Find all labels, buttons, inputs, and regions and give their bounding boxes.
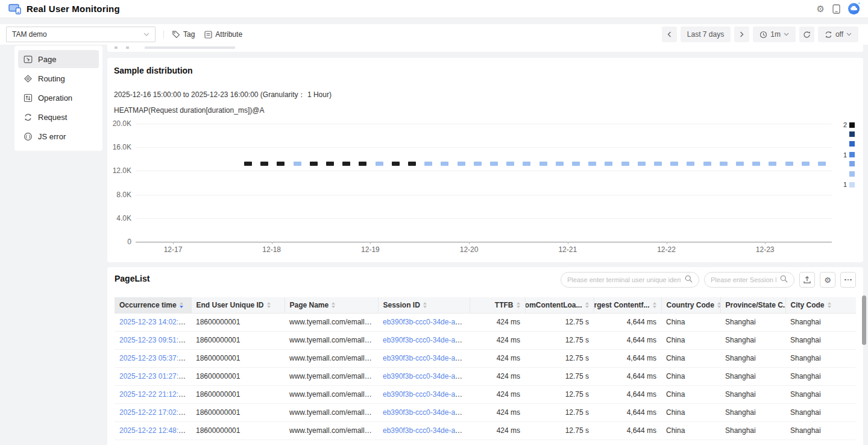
sidebar-item-js-error[interactable]: JS error — [18, 127, 99, 145]
cell-page: www.tyemall.com/emall/slow-fp.h... — [285, 385, 378, 403]
cell-city: Shanghai — [785, 331, 856, 349]
clipped-fragment — [145, 46, 235, 49]
next-time-range-button[interactable] — [734, 27, 749, 42]
legend-row: 1 — [838, 151, 855, 159]
heatmap-cell — [474, 162, 482, 166]
heatmap-cell — [736, 162, 744, 166]
column-header-label: Session ID — [383, 301, 420, 309]
y-axis-label: 12.0K — [107, 166, 131, 175]
occurrence-time-link[interactable]: 2025-12-22 21:12:57 — [119, 390, 186, 399]
cell-ttfb: 424 ms — [470, 421, 525, 440]
x-axis-tick — [469, 242, 470, 244]
x-axis-label: 12-17 — [164, 245, 183, 254]
y-axis-label: 4.0K — [107, 214, 131, 222]
column-header-page[interactable]: Page Name — [285, 297, 378, 313]
column-settings-button[interactable]: ⚙ — [820, 272, 835, 288]
cell-page: www.tyemall.com/emall/slow-fp.h... — [285, 367, 378, 385]
cell-country: China — [661, 349, 720, 367]
user-search-input[interactable] — [567, 276, 681, 283]
project-select[interactable]: TAM demo — [6, 27, 156, 42]
occurrence-time-link[interactable]: 2025-12-23 01:27:13 — [119, 372, 186, 380]
column-header-label: Largest Contentf... — [594, 301, 650, 309]
legend-row — [838, 141, 855, 147]
heatmap-cell — [342, 162, 350, 166]
ai-assistant-badge[interactable]: ✦ — [848, 3, 860, 14]
session-id-link[interactable]: eb390f3b-ccc0-34de-aa7c-4513... — [383, 426, 470, 435]
cell-ttfb: 424 ms — [470, 313, 525, 331]
page-scrollbar[interactable] — [862, 295, 866, 345]
table-row: 2025-12-23 09:51:4518600000001www.tyemal… — [115, 331, 856, 349]
y-axis-label: 0 — [107, 238, 131, 246]
column-header-uid[interactable]: End User Unique ID — [191, 297, 285, 313]
cell-lcp: 4,644 ms — [594, 421, 661, 440]
column-header-ttfb[interactable]: TTFB — [470, 297, 525, 313]
session-id-link[interactable]: eb390f3b-ccc0-34de-aa7c-4513... — [383, 372, 470, 380]
settings-icon[interactable]: ⚙ — [817, 4, 825, 13]
auto-refresh-select[interactable]: off — [818, 27, 858, 42]
session-id-link[interactable]: eb390f3b-ccc0-34de-aa7c-4513... — [383, 408, 470, 417]
cell-province: Shanghai — [720, 349, 785, 367]
legend-count-label: 1 — [838, 181, 847, 188]
occurrence-time-link[interactable]: 2025-12-22 12:48:25 — [119, 426, 186, 435]
sidebar-item-request[interactable]: Request — [18, 108, 99, 126]
cell-ttfb: 424 ms — [470, 385, 525, 403]
mobile-preview-icon[interactable] — [832, 4, 840, 14]
more-actions-button[interactable] — [840, 272, 856, 288]
session-id-link[interactable]: eb390f3b-ccc0-34de-aa7c-4513... — [383, 354, 470, 362]
session-id-link[interactable]: eb390f3b-ccc0-34de-aa7c-4513... — [383, 336, 470, 344]
occurrence-time-link[interactable]: 2025-12-23 14:02:02 — [119, 318, 186, 326]
cell-lcp: 4,644 ms — [594, 367, 661, 385]
time-range-button[interactable]: Last 7 days — [681, 27, 731, 42]
sort-icon — [717, 302, 720, 308]
js-error-icon — [24, 132, 33, 141]
column-header-dcl[interactable]: DomContentLoa... — [525, 297, 594, 313]
sidebar-item-routing[interactable]: Routing — [18, 69, 99, 87]
occurrence-time-link[interactable]: 2025-12-22 17:02:41 — [119, 408, 186, 417]
column-header-label: DomContentLoa... — [525, 301, 582, 309]
sidebar-item-label: Routing — [38, 74, 65, 83]
heatmap-cell — [687, 162, 694, 166]
routing-icon — [24, 74, 33, 83]
column-header-session[interactable]: Session ID — [378, 297, 470, 313]
session-id-link[interactable]: eb390f3b-ccc0-34de-aa7c-4513... — [383, 318, 470, 326]
heatmap-cell — [277, 162, 285, 166]
prev-time-range-button[interactable] — [662, 27, 677, 42]
heatmap-cell — [424, 162, 432, 166]
column-header-province[interactable]: Province/State C... — [720, 297, 785, 313]
heatmap-cell — [506, 162, 514, 166]
tag-filter-button[interactable]: Tag — [172, 30, 195, 39]
cell-city: Shanghai — [785, 403, 856, 421]
grid-line — [136, 218, 832, 219]
operation-icon — [24, 93, 33, 103]
table-row: 2025-12-23 05:37:2918600000001www.tyemal… — [115, 349, 856, 367]
column-header-city[interactable]: City Code — [785, 297, 856, 313]
column-header-country[interactable]: Country Code — [661, 297, 720, 313]
cell-ttfb: 424 ms — [470, 331, 525, 349]
occurrence-time-link[interactable]: 2025-12-23 09:51:45 — [119, 336, 186, 344]
grid-line — [136, 242, 832, 242]
cell-time: 2025-12-22 17:02:41 — [115, 403, 191, 421]
session-id-link[interactable]: eb390f3b-ccc0-34de-aa7c-4513... — [383, 390, 470, 399]
session-search-input[interactable] — [711, 276, 776, 283]
attribute-filter-button[interactable]: Attribute — [204, 30, 242, 39]
cell-country: China — [661, 385, 720, 403]
project-select-value: TAM demo — [12, 30, 47, 39]
refresh-interval-select[interactable]: 1m — [753, 27, 796, 42]
cell-page: www.tyemall.com/emall/slow-fp.h... — [285, 313, 378, 331]
cell-page: www.tyemall.com/emall/slow-fp.h... — [285, 349, 378, 367]
refresh-button[interactable] — [799, 27, 814, 42]
export-button[interactable] — [799, 272, 815, 288]
sidebar-item-operation[interactable]: Operation — [18, 89, 99, 107]
legend-row: 2 — [838, 121, 855, 128]
heatmap-cell — [703, 162, 711, 166]
clipped-fragment — [115, 46, 118, 49]
heatmap-cell — [752, 162, 760, 166]
column-header-lcp[interactable]: Largest Contentf... — [594, 297, 661, 313]
cell-dcl: 12.75 s — [525, 313, 594, 331]
heatmap-cell — [621, 162, 629, 166]
occurrence-time-link[interactable]: 2025-12-23 05:37:29 — [119, 354, 186, 362]
sidebar-item-page[interactable]: Page — [18, 50, 99, 68]
cell-dcl: 12.75 s — [525, 421, 594, 440]
column-header-time[interactable]: Occurrence time — [115, 297, 191, 313]
table-row: 2025-12-22 21:12:5718600000001www.tyemal… — [115, 385, 856, 403]
